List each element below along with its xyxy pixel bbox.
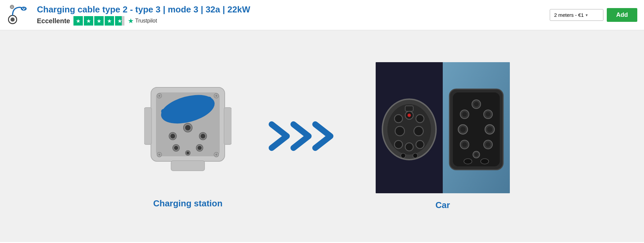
- star-5-half: ★: [115, 16, 124, 26]
- product-title: Charging cable type 2 - type 3 | mode 3 …: [37, 4, 550, 15]
- svg-point-44: [394, 115, 402, 123]
- svg-point-70: [462, 142, 467, 147]
- svg-point-62: [462, 112, 467, 117]
- svg-point-1: [10, 17, 14, 22]
- add-to-cart-button[interactable]: Add: [607, 8, 637, 22]
- svg-rect-39: [171, 161, 205, 171]
- svg-rect-37: [144, 108, 152, 145]
- svg-point-74: [475, 153, 478, 156]
- svg-point-3: [22, 8, 23, 9]
- trustpilot-rating-label: Eccellente: [37, 17, 70, 25]
- charging-station-side: Charging station: [134, 64, 241, 209]
- svg-point-18: [201, 134, 205, 138]
- header-text-area: Charging cable type 2 - type 3 | mode 3 …: [37, 4, 550, 26]
- svg-point-51: [405, 143, 413, 151]
- svg-point-46: [416, 115, 424, 123]
- car-right-connector-svg: [443, 62, 510, 193]
- car-side: Car: [376, 62, 510, 210]
- svg-point-20: [174, 146, 178, 150]
- svg-rect-38: [224, 108, 231, 145]
- car-connector-image: [376, 62, 510, 193]
- svg-point-68: [487, 127, 492, 132]
- svg-point-5: [23, 9, 24, 10]
- svg-point-75: [464, 159, 472, 164]
- type2-connector-svg: [144, 77, 231, 178]
- direction-arrows: [268, 121, 349, 151]
- trustpilot-logo: ★ Trustpilot: [128, 17, 157, 25]
- trustpilot-area: Eccellente ★ ★ ★ ★ ★ ★ Trustpilot: [37, 16, 550, 26]
- trustpilot-stars: ★ ★ ★ ★ ★: [73, 16, 124, 26]
- svg-point-49: [414, 126, 423, 136]
- star-3: ★: [94, 16, 104, 26]
- svg-point-16: [170, 134, 175, 138]
- main-content: Charging station: [0, 30, 644, 242]
- svg-point-50: [394, 140, 402, 149]
- connector-display: Charging station: [87, 62, 557, 210]
- logo-area: [7, 3, 30, 27]
- star-1: ★: [73, 16, 83, 26]
- svg-point-52: [416, 140, 424, 149]
- svg-point-54: [413, 153, 418, 158]
- dropdown-value: 2 meters - €1: [554, 12, 584, 18]
- svg-point-66: [460, 127, 466, 132]
- charging-station-label: Charging station: [153, 198, 223, 209]
- trustpilot-brand-label: Trustpilot: [135, 18, 157, 24]
- svg-point-47: [408, 114, 411, 117]
- page-header: Charging cable type 2 - type 3 | mode 3 …: [0, 0, 644, 30]
- svg-point-53: [401, 153, 406, 158]
- length-price-dropdown[interactable]: 2 meters - €1 ▾: [550, 9, 603, 21]
- svg-point-22: [198, 146, 202, 150]
- car-label: Car: [435, 200, 450, 210]
- star-2: ★: [84, 16, 93, 26]
- trustpilot-star-icon: ★: [128, 17, 134, 25]
- star-4: ★: [105, 16, 114, 26]
- svg-point-64: [486, 112, 490, 117]
- svg-point-4: [24, 8, 25, 9]
- car-connector-right-panel: [443, 62, 510, 193]
- charging-station-connector-image: [134, 64, 241, 192]
- svg-point-72: [486, 142, 490, 147]
- svg-point-14: [185, 125, 191, 130]
- svg-rect-43: [405, 106, 413, 111]
- svg-point-76: [481, 159, 489, 164]
- car-left-connector-svg: [376, 62, 443, 193]
- product-logo-icon: [7, 3, 30, 27]
- svg-point-48: [395, 126, 405, 136]
- dropdown-arrow-icon: ▾: [586, 13, 588, 17]
- svg-point-24: [186, 152, 189, 154]
- svg-point-60: [474, 102, 479, 107]
- direction-arrows-svg: [268, 121, 349, 151]
- car-connector-left-panel: [376, 62, 443, 193]
- header-right-controls: 2 meters - €1 ▾ Add: [550, 8, 637, 22]
